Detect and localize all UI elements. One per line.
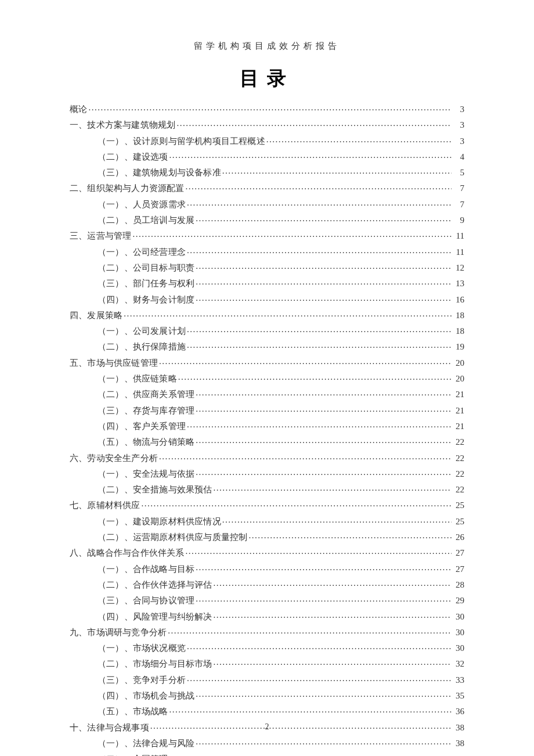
toc-entry[interactable]: （三）、竞争对手分析33 [98, 674, 464, 685]
toc-entry[interactable]: （二）、市场细分与目标市场32 [98, 658, 464, 668]
toc-entry-label: （四）、财务与会计制度 [98, 296, 194, 304]
toc-entry-page: 33 [453, 676, 464, 685]
toc-entry[interactable]: （三）、存货与库存管理21 [98, 405, 464, 415]
toc-leader-dots [132, 230, 452, 239]
toc-entry[interactable]: （一）、合作战略与目标27 [98, 563, 464, 574]
toc-entry-page: 25 [453, 501, 464, 510]
toc-entry[interactable]: （一）、安全法规与依据22 [98, 468, 464, 478]
toc-entry-page: 30 [453, 613, 464, 621]
toc-entry[interactable]: （一）、公司发展计划18 [98, 325, 464, 336]
toc-entry-label: 八、战略合作与合作伙伴关系 [70, 549, 185, 557]
toc-entry-label: （一）、人员资源需求 [98, 200, 186, 209]
toc-entry[interactable]: （一）、设计原则与留学机构项目工程概述3 [98, 135, 464, 146]
toc-entry[interactable]: （一）、建设期原材料供应情况25 [98, 516, 464, 526]
toc-entry[interactable]: 概论3 [70, 103, 464, 114]
toc-entry-label: （四）、客户关系管理 [98, 422, 186, 431]
toc-leader-dots [187, 199, 452, 207]
toc-entry-label: （三）、合同与协议管理 [98, 596, 194, 605]
toc-entry-page: 21 [453, 390, 464, 399]
toc-leader-dots [169, 151, 452, 160]
toc-leader-dots [214, 484, 452, 492]
toc-entry-page: 3 [453, 137, 464, 146]
toc-entry-page: 22 [453, 470, 464, 478]
toc-entry[interactable]: （四）、风险管理与纠纷解决30 [98, 611, 464, 621]
toc-entry-page: 21 [453, 406, 464, 415]
toc-entry[interactable]: （一）、法律合规与风险38 [98, 737, 464, 748]
toc-leader-dots [196, 278, 452, 286]
toc-entry-page: 36 [453, 707, 464, 716]
toc-entry[interactable]: （三）、部门任务与权利13 [98, 278, 464, 288]
toc-entry-label: （二）、执行保障措施 [98, 343, 186, 351]
toc-entry[interactable]: （一）、公司经营理念11 [98, 246, 464, 257]
toc-leader-dots [186, 182, 452, 191]
toc-entry[interactable]: 四、发展策略18 [70, 309, 464, 320]
toc-entry[interactable]: （二）、安全措施与效果预估22 [98, 484, 464, 494]
toc-entry[interactable]: 六、劳动安全生产分析22 [70, 452, 464, 463]
toc-entry-page: 3 [453, 121, 464, 129]
toc-entry[interactable]: （四）、财务与会计制度16 [98, 294, 464, 304]
toc-leader-dots [248, 531, 452, 540]
toc-entry[interactable]: （二）、员工培训与发展9 [98, 214, 464, 225]
toc-entry[interactable]: （四）、客户关系管理21 [98, 420, 464, 431]
toc-entry[interactable]: 九、市场调研与竞争分析30 [70, 627, 464, 637]
toc-entry-page: 28 [453, 581, 464, 589]
toc-entry[interactable]: （一）、供应链策略20 [98, 373, 464, 383]
toc-entry[interactable]: 五、市场与供应链管理20 [70, 357, 464, 368]
toc-entry-page: 18 [453, 311, 464, 320]
toc-entry-page: 27 [453, 549, 464, 557]
toc-entry-label: （一）、合作战略与目标 [98, 565, 194, 574]
toc-entry-page: 19 [453, 343, 464, 351]
toc-entry[interactable]: 二、组织架构与人力资源配置7 [70, 182, 464, 193]
toc-leader-dots [176, 119, 452, 128]
toc-entry[interactable]: （二）、建设选项4 [98, 151, 464, 161]
toc-entry-page: 11 [453, 232, 464, 240]
toc-entry[interactable]: 三、运营与管理11 [70, 230, 464, 240]
toc-entry-page: 3 [453, 105, 464, 114]
toc-entry-label: （二）、供应商关系管理 [98, 390, 194, 399]
toc-entry-label: 七、原辅材料供应 [70, 501, 140, 510]
toc-entry[interactable]: 一、技术方案与建筑物规划3 [70, 119, 464, 129]
toc-entry[interactable]: （五）、市场战略36 [98, 705, 464, 716]
toc-entry[interactable]: （一）、人员资源需求7 [98, 199, 464, 209]
toc-entry[interactable]: 七、原辅材料供应25 [70, 499, 464, 510]
toc-entry[interactable]: （二）、供应商关系管理21 [98, 388, 464, 399]
toc-entry-page: 21 [453, 422, 464, 431]
toc-leader-dots [186, 547, 452, 556]
toc-leader-dots [196, 294, 452, 303]
toc-entry-page: 35 [453, 692, 464, 700]
toc-entry[interactable]: （一）、市场状况概览30 [98, 642, 464, 653]
toc-entry-page: 30 [453, 628, 464, 637]
toc-entry[interactable]: （二）、合同管理38 [98, 753, 464, 756]
toc-entry[interactable]: （五）、物流与分销策略22 [98, 436, 464, 447]
toc-leader-dots [187, 642, 452, 651]
toc-entry-page: 26 [453, 533, 464, 542]
toc-entry[interactable]: 八、战略合作与合作伙伴关系27 [70, 547, 464, 557]
toc-leader-dots [196, 214, 452, 223]
toc-entry-label: 六、劳动安全生产分析 [70, 454, 158, 463]
toc-entry-label: 九、市场调研与竞争分析 [70, 628, 167, 637]
toc-entry-page: 20 [453, 359, 464, 368]
toc-entry[interactable]: （二）、合作伙伴选择与评估28 [98, 579, 464, 589]
toc-leader-dots [124, 309, 452, 318]
toc-entry-label: （一）、安全法规与依据 [98, 470, 194, 478]
toc-entry-page: 16 [453, 296, 464, 304]
toc-entry-label: （二）、运营期原材料供应与质量控制 [98, 533, 247, 542]
toc-leader-dots [159, 452, 452, 461]
toc-entry-label: 四、发展策略 [70, 311, 122, 320]
toc-entry-label: （一）、建设期原材料供应情况 [98, 517, 221, 526]
toc-entry-page: 20 [453, 375, 464, 383]
toc-entry[interactable]: （二）、公司目标与职责12 [98, 262, 464, 272]
toc-entry-page: 13 [453, 279, 464, 288]
toc-entry-page: 22 [453, 438, 464, 447]
toc-entry[interactable]: （二）、运营期原材料供应与质量控制26 [98, 531, 464, 542]
toc-entry[interactable]: （三）、合同与协议管理29 [98, 595, 464, 605]
toc-entry[interactable]: （三）、建筑物规划与设备标准5 [98, 167, 464, 177]
toc-entry[interactable]: （四）、市场机会与挑战35 [98, 690, 464, 700]
toc-leader-dots [266, 135, 452, 144]
toc-leader-dots [196, 436, 452, 445]
toc-entry[interactable]: （二）、执行保障措施19 [98, 341, 464, 351]
toc-entry-label: （三）、竞争对手分析 [98, 676, 186, 685]
toc-entry-label: （二）、建设选项 [98, 153, 168, 161]
toc-entry-label: 三、运营与管理 [70, 232, 131, 240]
toc-entry-label: （三）、建筑物规划与设备标准 [98, 168, 221, 177]
